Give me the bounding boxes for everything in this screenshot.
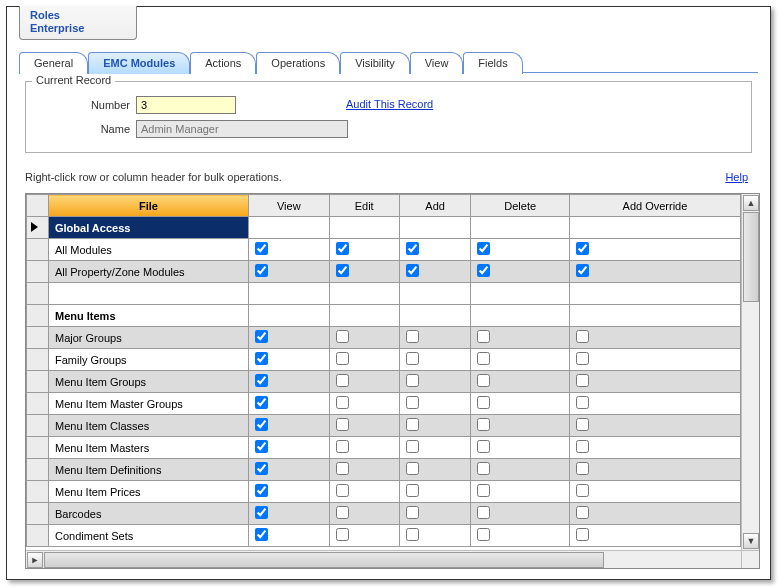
- table-row[interactable]: All Property/Zone Modules: [27, 261, 741, 283]
- scroll-up-button[interactable]: ▲: [743, 195, 759, 211]
- row-header[interactable]: [27, 393, 49, 415]
- row-header[interactable]: [27, 371, 49, 393]
- permission-checkbox[interactable]: [477, 242, 490, 255]
- perm-cell-add[interactable]: [399, 305, 471, 327]
- permission-checkbox[interactable]: [406, 440, 419, 453]
- perm-cell-add[interactable]: [399, 525, 471, 547]
- permission-checkbox[interactable]: [406, 506, 419, 519]
- audit-this-record-link[interactable]: Audit This Record: [346, 98, 433, 110]
- file-cell[interactable]: Menu Item Groups: [49, 371, 249, 393]
- perm-cell-delete[interactable]: [471, 327, 569, 349]
- scroll-right-button[interactable]: ►: [27, 552, 43, 568]
- perm-cell-view[interactable]: [249, 217, 330, 239]
- perm-cell-add-override[interactable]: [569, 217, 740, 239]
- column-header-view[interactable]: View: [249, 195, 330, 217]
- perm-cell-view[interactable]: [249, 305, 330, 327]
- tab-general[interactable]: General: [19, 52, 88, 74]
- perm-cell-view[interactable]: [249, 283, 330, 305]
- table-row[interactable]: Condiment Sets: [27, 525, 741, 547]
- permission-checkbox[interactable]: [477, 440, 490, 453]
- permission-checkbox[interactable]: [406, 484, 419, 497]
- permission-checkbox[interactable]: [336, 528, 349, 541]
- file-cell[interactable]: Menu Item Definitions: [49, 459, 249, 481]
- perm-cell-add-override[interactable]: [569, 437, 740, 459]
- perm-cell-edit[interactable]: [329, 503, 399, 525]
- permission-checkbox[interactable]: [576, 374, 589, 387]
- permission-checkbox[interactable]: [477, 528, 490, 541]
- row-header[interactable]: [27, 327, 49, 349]
- perm-cell-view[interactable]: [249, 349, 330, 371]
- permission-checkbox[interactable]: [255, 242, 268, 255]
- scroll-down-button[interactable]: ▼: [743, 533, 759, 549]
- table-row[interactable]: Menu Item Classes: [27, 415, 741, 437]
- permission-checkbox[interactable]: [336, 440, 349, 453]
- column-header-file[interactable]: File: [49, 195, 249, 217]
- perm-cell-edit[interactable]: [329, 481, 399, 503]
- row-header[interactable]: [27, 415, 49, 437]
- permission-checkbox[interactable]: [336, 506, 349, 519]
- permission-checkbox[interactable]: [336, 484, 349, 497]
- perm-cell-add-override[interactable]: [569, 503, 740, 525]
- permission-checkbox[interactable]: [255, 462, 268, 475]
- table-row[interactable]: Menu Item Groups: [27, 371, 741, 393]
- perm-cell-view[interactable]: [249, 437, 330, 459]
- permission-checkbox[interactable]: [576, 418, 589, 431]
- file-cell[interactable]: Family Groups: [49, 349, 249, 371]
- row-header[interactable]: [27, 525, 49, 547]
- perm-cell-add[interactable]: [399, 283, 471, 305]
- permission-checkbox[interactable]: [406, 418, 419, 431]
- permission-checkbox[interactable]: [255, 352, 268, 365]
- perm-cell-delete[interactable]: [471, 283, 569, 305]
- perm-cell-add[interactable]: [399, 415, 471, 437]
- table-row[interactable]: Global Access: [27, 217, 741, 239]
- number-field[interactable]: [136, 96, 236, 114]
- perm-cell-add-override[interactable]: [569, 459, 740, 481]
- table-row[interactable]: Menu Items: [27, 305, 741, 327]
- perm-cell-add-override[interactable]: [569, 283, 740, 305]
- perm-cell-edit[interactable]: [329, 525, 399, 547]
- file-cell[interactable]: All Modules: [49, 239, 249, 261]
- permission-checkbox[interactable]: [336, 330, 349, 343]
- permission-checkbox[interactable]: [576, 506, 589, 519]
- permission-checkbox[interactable]: [336, 352, 349, 365]
- perm-cell-add[interactable]: [399, 481, 471, 503]
- tab-emc-modules[interactable]: EMC Modules: [88, 52, 190, 74]
- permission-checkbox[interactable]: [255, 330, 268, 343]
- perm-cell-add-override[interactable]: [569, 393, 740, 415]
- perm-cell-delete[interactable]: [471, 305, 569, 327]
- permission-checkbox[interactable]: [406, 528, 419, 541]
- table-row[interactable]: Menu Item Master Groups: [27, 393, 741, 415]
- permission-checkbox[interactable]: [477, 484, 490, 497]
- perm-cell-delete[interactable]: [471, 393, 569, 415]
- permission-checkbox[interactable]: [477, 462, 490, 475]
- perm-cell-delete[interactable]: [471, 217, 569, 239]
- table-row[interactable]: Menu Item Masters: [27, 437, 741, 459]
- perm-cell-edit[interactable]: [329, 371, 399, 393]
- perm-cell-delete[interactable]: [471, 481, 569, 503]
- horizontal-scrollbar[interactable]: ◄ ►: [26, 550, 741, 568]
- table-row[interactable]: Major Groups: [27, 327, 741, 349]
- row-header[interactable]: [27, 349, 49, 371]
- horizontal-scroll-thumb[interactable]: [44, 552, 604, 568]
- perm-cell-add-override[interactable]: [569, 481, 740, 503]
- permission-checkbox[interactable]: [336, 264, 349, 277]
- grid-corner-header[interactable]: [27, 195, 49, 217]
- perm-cell-view[interactable]: [249, 503, 330, 525]
- table-row[interactable]: Barcodes: [27, 503, 741, 525]
- permission-checkbox[interactable]: [406, 330, 419, 343]
- column-header-delete[interactable]: Delete: [471, 195, 569, 217]
- perm-cell-view[interactable]: [249, 239, 330, 261]
- perm-cell-add-override[interactable]: [569, 525, 740, 547]
- file-cell[interactable]: Global Access: [49, 217, 249, 239]
- perm-cell-add-override[interactable]: [569, 327, 740, 349]
- row-header[interactable]: [27, 437, 49, 459]
- table-row[interactable]: Menu Item Definitions: [27, 459, 741, 481]
- permission-checkbox[interactable]: [406, 264, 419, 277]
- permission-checkbox[interactable]: [477, 418, 490, 431]
- permission-checkbox[interactable]: [255, 528, 268, 541]
- permission-checkbox[interactable]: [406, 396, 419, 409]
- help-link[interactable]: Help: [725, 171, 748, 183]
- permission-checkbox[interactable]: [477, 352, 490, 365]
- permission-checkbox[interactable]: [406, 242, 419, 255]
- permission-checkbox[interactable]: [477, 264, 490, 277]
